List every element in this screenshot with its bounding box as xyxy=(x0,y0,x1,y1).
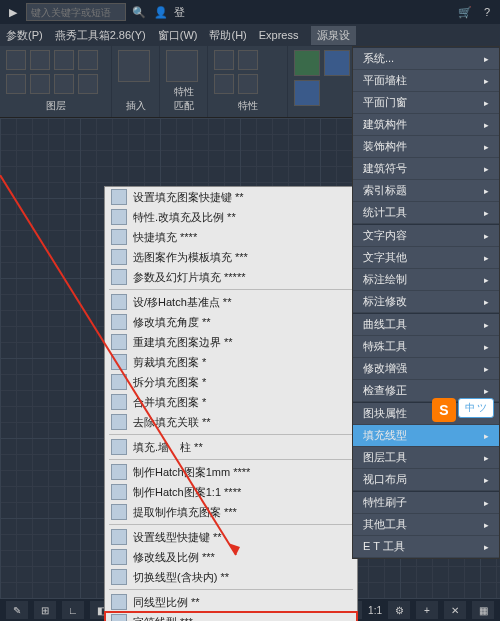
menu-params[interactable]: 参数(P) xyxy=(6,28,43,43)
ctxmenu-item-icon xyxy=(111,374,127,390)
ctxmenu-item[interactable]: 修改填充角度 ** xyxy=(105,312,357,332)
ctxmenu-item-icon xyxy=(111,334,127,350)
ctxmenu-item[interactable]: 修改线及比例 *** xyxy=(105,547,357,567)
ctxmenu-item[interactable]: 合并填充图案 * xyxy=(105,392,357,412)
menu-help[interactable]: 帮助(H) xyxy=(209,28,246,43)
sidemenu-item[interactable]: 填充线型▸ xyxy=(353,425,499,447)
layer-tool-icon[interactable] xyxy=(54,50,74,70)
ctxmenu-item[interactable]: 同线型比例 ** xyxy=(105,592,357,612)
ctxmenu-item[interactable]: 切换线型(含块内) ** xyxy=(105,567,357,587)
status-btn[interactable]: + xyxy=(416,601,438,619)
insert-icon[interactable] xyxy=(118,50,150,82)
ctxmenu-item-icon xyxy=(111,569,127,585)
ctxmenu-item[interactable]: 制作Hatch图案1mm **** xyxy=(105,462,357,482)
ctxmenu-item-icon xyxy=(111,294,127,310)
sidemenu-item[interactable]: 索引标题▸ xyxy=(353,180,499,202)
layer-tool-icon[interactable] xyxy=(30,50,50,70)
layer-tool-icon[interactable] xyxy=(54,74,74,94)
status-btn[interactable]: ✕ xyxy=(444,601,466,619)
menu-express[interactable]: Express xyxy=(259,29,299,41)
ime-bubble[interactable]: 中 ツ xyxy=(458,398,494,418)
prop-tool-icon[interactable] xyxy=(238,50,258,70)
ctxmenu-item-icon xyxy=(111,249,127,265)
ctxmenu-item[interactable]: 去除填充关联 ** xyxy=(105,412,357,432)
tool-icon[interactable] xyxy=(294,50,320,76)
sidemenu-item[interactable]: 平面门窗▸ xyxy=(353,92,499,114)
layer-tool-icon[interactable] xyxy=(30,74,50,94)
prop-tool-icon[interactable] xyxy=(238,74,258,94)
login-label[interactable]: 登 xyxy=(174,5,185,20)
ctxmenu-item-icon xyxy=(111,464,127,480)
panel-insert-label: 插入 xyxy=(118,99,153,113)
sidemenu-item[interactable]: 图层工具▸ xyxy=(353,447,499,469)
sidemenu-item[interactable]: 视口布局▸ xyxy=(353,469,499,491)
sidemenu-item[interactable]: E T 工具▸ xyxy=(353,536,499,558)
sidemenu-item[interactable]: 系统...▸ xyxy=(353,48,499,70)
sidemenu-item[interactable]: 建筑符号▸ xyxy=(353,158,499,180)
cart-icon[interactable]: 🛒 xyxy=(456,3,474,21)
ctxmenu-item-icon xyxy=(111,269,127,285)
ctxmenu-item-icon xyxy=(111,549,127,565)
side-dropdown-menu: 系统...▸平面墙柱▸平面门窗▸建筑构件▸装饰构件▸建筑符号▸索引标题▸统计工具… xyxy=(352,46,500,559)
ctxmenu-item[interactable]: 参数及幻灯片填充 ***** xyxy=(105,267,357,287)
user-icon[interactable]: 👤 xyxy=(152,3,170,21)
ctxmenu-item[interactable]: 设置线型快捷键 ** xyxy=(105,527,357,547)
search-icon[interactable]: 🔍 xyxy=(130,3,148,21)
ime-badge-icon[interactable]: S xyxy=(432,398,456,422)
sidemenu-item[interactable]: 文字内容▸ xyxy=(353,225,499,247)
ctxmenu-item-icon xyxy=(111,229,127,245)
status-btn[interactable]: ∟ xyxy=(62,601,84,619)
ctxmenu-item[interactable]: 设置填充图案快捷键 ** xyxy=(105,187,357,207)
layer-tool-icon[interactable] xyxy=(6,74,26,94)
ctxmenu-item[interactable]: 快捷填充 **** xyxy=(105,227,357,247)
ctxmenu-item[interactable]: 剪裁填充图案 * xyxy=(105,352,357,372)
status-gear-icon[interactable]: ⚙ xyxy=(388,601,410,619)
sidemenu-item[interactable]: 文字其他▸ xyxy=(353,247,499,269)
ctxmenu-item[interactable]: 填充.墙、柱 ** xyxy=(105,437,357,457)
sidemenu-item[interactable]: 统计工具▸ xyxy=(353,202,499,224)
prop-tool-icon[interactable] xyxy=(214,50,234,70)
panel-layer-label: 图层 xyxy=(6,99,105,113)
ctxmenu-item[interactable]: 拆分填充图案 * xyxy=(105,372,357,392)
menu-yuanquan[interactable]: 源泉设 xyxy=(311,26,356,45)
ctxmenu-item-icon xyxy=(111,394,127,410)
menu-window[interactable]: 窗口(W) xyxy=(158,28,198,43)
play-icon[interactable]: ▶ xyxy=(4,3,22,21)
status-ratio[interactable]: 1:1 xyxy=(368,605,382,616)
ctxmenu-item[interactable]: 字符线型 *** xyxy=(105,612,357,621)
search-input[interactable] xyxy=(26,3,126,21)
ctxmenu-item[interactable]: 提取制作填充图案 *** xyxy=(105,502,357,522)
sidemenu-item[interactable]: 特殊工具▸ xyxy=(353,336,499,358)
help-icon[interactable]: ? xyxy=(478,3,496,21)
tool-icon[interactable] xyxy=(324,50,350,76)
ctxmenu-item-icon xyxy=(111,414,127,430)
matchprops-icon[interactable] xyxy=(166,50,198,82)
sidemenu-item[interactable]: 平面墙柱▸ xyxy=(353,70,499,92)
ctxmenu-item[interactable]: 设/移Hatch基准点 ** xyxy=(105,292,357,312)
sidemenu-item[interactable]: 其他工具▸ xyxy=(353,514,499,536)
sidemenu-item[interactable]: 标注修改▸ xyxy=(353,291,499,313)
ctxmenu-item-icon xyxy=(111,314,127,330)
layer-tool-icon[interactable] xyxy=(6,50,26,70)
ctxmenu-item-icon xyxy=(111,354,127,370)
sidemenu-item[interactable]: 标注绘制▸ xyxy=(353,269,499,291)
sidemenu-item[interactable]: 曲线工具▸ xyxy=(353,314,499,336)
prop-tool-icon[interactable] xyxy=(214,74,234,94)
sidemenu-item[interactable]: 特性刷子▸ xyxy=(353,492,499,514)
status-btn[interactable]: ⊞ xyxy=(34,601,56,619)
ctxmenu-item-icon xyxy=(111,614,127,621)
status-btn[interactable]: ✎ xyxy=(6,601,28,619)
tool-icon[interactable] xyxy=(294,80,320,106)
ctxmenu-item[interactable]: 选图案作为模板填充 *** xyxy=(105,247,357,267)
ctxmenu-item[interactable]: 制作Hatch图案1:1 **** xyxy=(105,482,357,502)
layer-tool-icon[interactable] xyxy=(78,50,98,70)
ctxmenu-item[interactable]: 重建填充图案边界 ** xyxy=(105,332,357,352)
sidemenu-item[interactable]: 修改增强▸ xyxy=(353,358,499,380)
sidemenu-item[interactable]: 建筑构件▸ xyxy=(353,114,499,136)
status-btn[interactable]: ▦ xyxy=(472,601,494,619)
ctxmenu-item[interactable]: 特性.改填充及比例 ** xyxy=(105,207,357,227)
menu-yanxiu[interactable]: 燕秀工具箱2.86(Y) xyxy=(55,28,146,43)
layer-tool-icon[interactable] xyxy=(78,74,98,94)
sidemenu-item[interactable]: 装饰构件▸ xyxy=(353,136,499,158)
ctxmenu-item-icon xyxy=(111,529,127,545)
